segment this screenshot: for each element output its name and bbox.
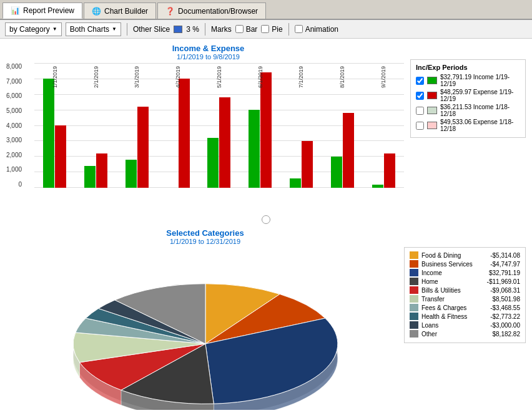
tab-report-label: Report Preview [23,6,74,15]
x-axis-label: 5/1/2019 [216,63,222,91]
pie-chart-container: Selected Categories 1/1/2019 to 12/31/20… [6,228,404,410]
expense-bar[interactable] [137,107,149,188]
expense-bar[interactable] [343,113,354,188]
pie-legend-name: Other [421,331,490,338]
x-axis-label: 4/1/2019 [175,63,181,91]
legend-item: $32,791.19 Income 1/19-12/19 [416,74,520,87]
legend-text: $48,259.97 Expense 1/19-12/19 [440,89,520,102]
tab-docs-label: Documentation/Browser [178,7,258,16]
pie-legend-value: $8,501.98 [493,296,521,303]
legend-color-box [427,107,437,114]
separator-3 [288,23,289,36]
income-bar[interactable] [249,110,260,188]
legend-checkbox[interactable] [416,92,424,100]
divider [0,215,532,225]
category-label: by Category [9,25,50,34]
main-content: Income & Expense 1/1/2019 to 9/8/2019 8,… [0,39,532,413]
bar-group [84,153,107,188]
legend-color-box [427,122,437,129]
x-axis-label: 6/1/2019 [257,63,264,91]
pie-legend-item: Health & Fitness-$2,773.22 [410,313,520,320]
bar-chart-container: Income & Expense 1/1/2019 to 9/8/2019 8,… [6,44,410,211]
x-axis-label: 2/1/2019 [93,63,99,91]
pie-legend-item: Fees & Charges-$3,468.55 [410,304,520,311]
pie-legend-value: -$9,068.31 [490,287,520,294]
expense-bar[interactable] [96,153,107,188]
bar-group [290,141,313,188]
expense-bar[interactable] [384,153,395,188]
legend-checkbox[interactable] [416,107,424,115]
divider-button[interactable] [262,215,270,224]
bar-chart-title: Income & Expense [6,44,410,53]
tab-chart-builder[interactable]: 🌐 Chart Builder [84,2,156,19]
x-axis-label: 8/1/2019 [339,63,345,91]
legend-checkbox[interactable] [416,122,424,130]
pie-legend-name: Home [421,278,484,285]
chart-type-dropdown[interactable]: Both Charts ▼ [66,22,121,36]
expense-bar[interactable] [55,125,66,188]
legend-text: $49,533.06 Expense 1/18-12/18 [440,119,520,132]
separator-2 [205,23,205,36]
x-axis-label: 3/1/2019 [134,63,140,91]
income-bar[interactable] [126,160,137,188]
tab-documentation[interactable]: ❓ Documentation/Browser [157,2,266,19]
bar-chart-subtitle: 1/1/2019 to 9/8/2019 [6,53,410,61]
pie-legend-color [410,269,418,276]
pie-label: Pie [272,25,282,34]
tab-bar: 📊 Report Preview 🌐 Chart Builder ❓ Docum… [0,0,532,20]
pie-legend-color [410,321,418,329]
chart-type-arrow-icon: ▼ [112,26,117,32]
pie-svg [49,248,362,410]
income-bar[interactable] [290,178,301,188]
x-axis-label: 1/1/2019 [52,63,58,91]
tab-report-preview[interactable]: 📊 Report Preview [2,2,82,19]
bar-legend: Inc/Exp Periods $32,791.19 Income 1/19-1… [410,59,526,138]
bar-label: Bar [246,25,258,34]
expense-bar[interactable] [219,97,230,188]
legend-text: $36,211.53 Income 1/18-12/18 [440,104,520,117]
income-bar[interactable] [84,166,96,188]
docs-icon: ❓ [165,7,175,16]
pie-chart-title: Selected Categories [6,228,404,238]
pie-legend: Food & Dining-$5,314.08Business Services… [404,247,526,343]
pie-legend-value: $32,791.19 [489,270,520,276]
pie-legend-item: Transfer$8,501.98 [410,295,520,303]
bar-chart-inner: 8,000 7,000 6,000 5,000 4,000 3,000 2,00… [34,63,404,200]
bar-group [43,79,66,188]
bar-checkbox-group: Bar [235,25,258,34]
expense-bar[interactable] [302,141,313,188]
bar-checkbox[interactable] [235,25,244,33]
pie-legend-name: Health & Fitness [421,313,487,320]
bar-group [126,107,149,188]
pie-checkbox[interactable] [261,25,269,33]
chart-icon: 🌐 [92,7,101,16]
income-bar[interactable] [43,79,54,188]
pie-legend-name: Business Services [421,261,487,268]
pie-legend-color [410,304,418,311]
legend-item: $48,259.97 Expense 1/19-12/19 [416,89,520,102]
pie-legend-name: Bills & Utilities [421,287,487,294]
pie-legend-name: Income [421,270,486,276]
pie-legend-color [410,313,418,320]
expense-bar[interactable] [179,79,190,188]
legend-text: $32,791.19 Income 1/19-12/19 [440,74,520,87]
report-icon: 📊 [11,6,20,15]
animation-label: Animation [305,25,338,34]
other-slice-label: Other Slice [133,25,170,34]
pie-legend-color [410,260,418,268]
pie-legend-name: Loans [421,322,487,329]
bar-group [167,79,190,188]
y-axis-labels: 8,000 7,000 6,000 5,000 4,000 3,000 2,00… [6,63,22,188]
other-slice-color [174,26,182,33]
legend-checkbox[interactable] [416,77,424,85]
category-dropdown[interactable]: by Category ▼ [5,22,62,36]
income-bar[interactable] [207,138,219,188]
pie-legend-value: -$11,969.01 [487,278,520,285]
legend-color-box [427,77,437,84]
income-bar[interactable] [331,157,342,188]
animation-checkbox[interactable] [295,25,303,33]
income-bar[interactable] [372,185,383,188]
legend-item: $36,211.53 Income 1/18-12/18 [416,104,520,117]
pie-legend-name: Fees & Charges [421,304,487,311]
pie-legend-color [410,278,418,285]
